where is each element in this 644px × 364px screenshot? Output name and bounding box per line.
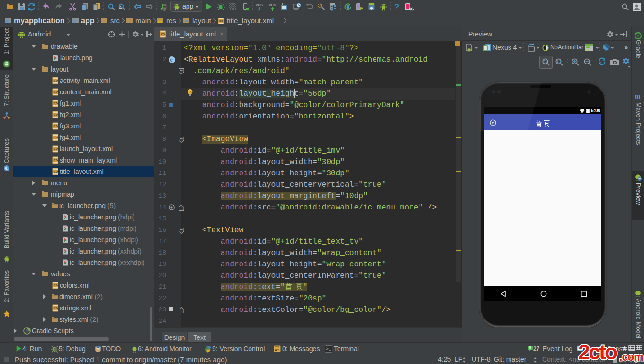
svg-text:c: c: [170, 57, 173, 63]
svg-text:A: A: [119, 5, 122, 10]
svg-text:?: ?: [394, 3, 399, 11]
svg-text:.com: .com: [619, 351, 643, 363]
svg-text:VCS: VCS: [256, 3, 263, 7]
svg-text:VCS: VCS: [269, 3, 276, 7]
svg-text:>_: >_: [326, 347, 331, 352]
svg-text:2cto: 2cto: [578, 340, 617, 364]
svg-text:1:1: 1:1: [557, 60, 562, 63]
svg-text:01: 01: [163, 9, 167, 11]
svg-text:W: W: [189, 90, 193, 94]
svg-text:<>: <>: [219, 19, 224, 23]
